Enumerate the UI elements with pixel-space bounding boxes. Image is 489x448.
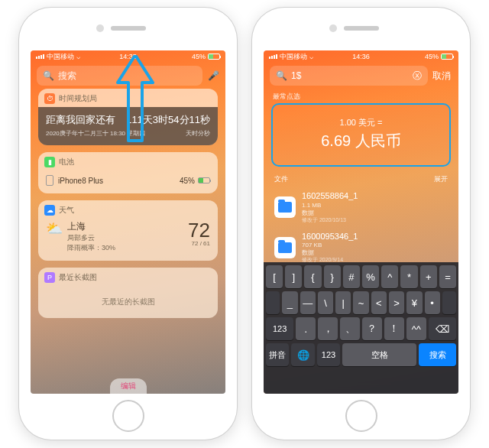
spotlight-search[interactable]: 🔍 ⓧ 取消 [270,66,452,86]
key[interactable]: ？ [362,317,382,340]
key[interactable]: ， [318,317,338,340]
signal-icon [36,54,44,59]
key[interactable]: + [420,265,437,288]
countdown-title: 距离我回家还有 [46,113,115,127]
weather-app-icon: ☁ [44,205,55,216]
key[interactable]: _ [282,291,297,314]
battery-title: 电池 [59,157,74,167]
battery-pct: 45% [192,53,206,60]
key[interactable]: • [425,291,440,314]
file-modified: 修改于 2020/10/13 [302,217,358,224]
key[interactable]: ！ [384,317,404,340]
key[interactable]: ^^ [406,317,426,340]
file-result[interactable]: 1602558864_1 1.1 MB 数据 修改于 2020/10/13 [264,187,458,228]
battery-pct: 45% [425,53,439,60]
conversion-result[interactable]: 1.00 美元 = 6.69 人民币 [271,103,451,167]
key[interactable]: [ [266,265,283,288]
home-button[interactable] [345,400,377,432]
key[interactable]: \ [318,291,333,314]
files-expand[interactable]: 展开 [434,174,448,184]
front-camera [96,24,104,32]
battery-widget-icon: ▮ [44,157,55,167]
status-bar: 中国移动 ⌵ 14:35 45% [31,50,225,63]
key-blank[interactable] [442,291,456,314]
key[interactable]: < [371,291,387,314]
file-name: 1600095346_1 [302,232,358,242]
home-button[interactable] [112,400,144,432]
screenshot-empty: 无最近的长截图 [38,286,218,318]
wifi-icon: ⌵ [309,53,313,60]
key[interactable]: ~ [353,291,368,314]
widget-screenshot[interactable]: P 最近长截图 无最近的长截图 [38,268,218,318]
key[interactable]: % [362,265,379,288]
key[interactable]: ¥ [406,291,422,314]
countdown-app-name: 时间规划局 [59,93,97,104]
edit-button[interactable]: 编辑 [110,378,147,394]
weather-range: 72 / 61 [188,240,210,247]
key[interactable]: ^ [381,265,398,288]
clock: 14:36 [352,53,370,60]
carrier-label: 中国移动 [47,52,74,62]
key[interactable]: — [300,291,316,314]
key-globe[interactable]: 🌐 [291,343,314,366]
mini-battery-icon [198,177,210,183]
phone-mockup-right: 中国移动 ⌵ 14:36 45% 🔍 ⓧ 取消 最常点选 1.00 美元 = 6… [252,8,470,440]
search-input[interactable] [58,70,196,81]
conversion-from: 1.00 美元 = [273,117,449,128]
device-icon [46,175,53,186]
widget-countdown[interactable]: ⏱ 时间规划局 距离我回家还有 111天3时54分11秒 2020庚子年十二月三… [38,89,218,145]
key[interactable]: * [400,265,417,288]
screenshot-title: 最近长截图 [59,272,97,283]
clock: 14:35 [119,53,137,60]
weather-pop: 降雨概率：30% [67,243,115,253]
key-pinyin[interactable]: 拼音 [266,343,289,366]
clear-icon[interactable]: ⓧ [412,70,422,82]
weather-icon: ⛅ [46,220,63,237]
widget-weather[interactable]: ☁ 天气 ⛅ 上海 局部多云 降雨概率：30% 72 72 / 61 [38,200,218,261]
conversion-to: 6.69 人民币 [273,131,449,151]
countdown-app-icon: ⏱ [44,93,55,104]
key[interactable]: . [296,317,316,340]
search-input[interactable] [291,70,408,81]
speaker-slot [344,26,379,31]
front-camera [329,24,337,32]
key-123[interactable]: 123 [317,343,340,366]
key[interactable]: ] [285,265,302,288]
key[interactable]: 、 [340,317,360,340]
spotlight-search[interactable]: 🔍 🎤 [37,66,219,86]
wifi-icon: ⌵ [76,53,80,60]
key-space[interactable]: 空格 [342,343,416,366]
countdown-value: 111天3时54分11秒 [126,113,210,127]
key[interactable]: } [324,265,341,288]
key[interactable]: > [389,291,404,314]
weather-temp: 72 [188,220,210,240]
weather-cond: 局部多云 [67,233,115,243]
signal-icon [269,54,277,59]
key[interactable]: { [304,265,321,288]
folder-icon [274,196,296,218]
status-bar: 中国移动 ⌵ 14:36 45% [264,50,458,63]
keyboard[interactable]: []{}#%^*+= _—\|~<>¥• 123 .，、？！^^ ⌫ 拼音 🌐 … [264,262,458,394]
files-section-title: 文件 [274,174,288,184]
speaker-slot [111,26,146,31]
key-shift[interactable]: 123 [266,317,293,340]
key[interactable]: # [343,265,360,288]
phone-mockup-left: 中国移动 ⌵ 14:35 45% 🔍 🎤 ⏱ 时间规划局 [19,8,237,440]
top-hits-label: 最常点选 [264,89,458,103]
folder-icon [274,237,296,258]
device-name: iPhone8 Plus [58,177,103,185]
key-blank[interactable] [266,291,280,314]
key[interactable]: = [439,265,456,288]
countdown-units: 天时分秒 [186,129,210,138]
weather-city: 上海 [67,220,115,233]
key-search[interactable]: 搜索 [419,343,456,366]
widget-battery[interactable]: ▮ 电池 iPhone8 Plus 45% [38,152,218,193]
key[interactable]: | [335,291,351,314]
countdown-date: 2020庚子年十二月三十 18:30 星期四 [46,129,145,138]
carrier-label: 中国移动 [280,52,307,62]
screen-left: 中国移动 ⌵ 14:35 45% 🔍 🎤 ⏱ 时间规划局 [31,50,225,394]
key-backspace[interactable]: ⌫ [429,317,456,340]
search-icon: 🔍 [276,70,287,81]
cancel-button[interactable]: 取消 [432,70,452,83]
mic-icon[interactable]: 🎤 [207,70,219,82]
